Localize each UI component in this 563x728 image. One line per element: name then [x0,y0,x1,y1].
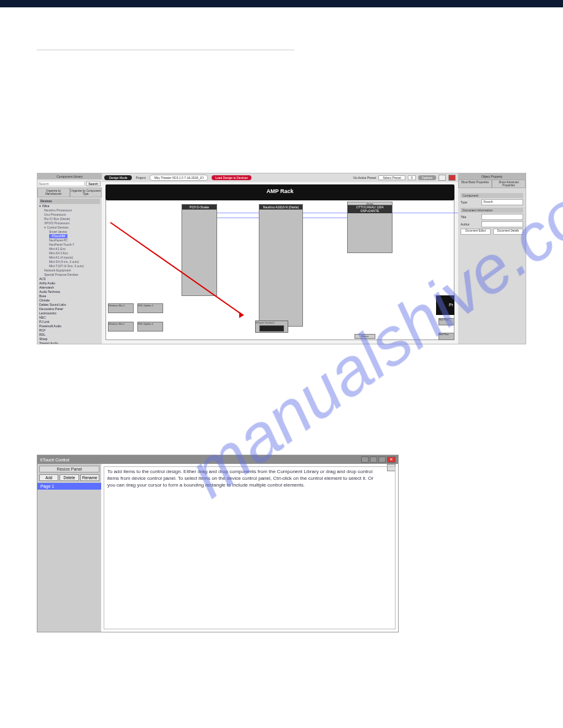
component-tree[interactable]: Devices ▾ Xilica Neutrino Processors Uno… [37,197,102,344]
device-node[interactable]: Neutrino-A1616-N (Dante) [259,204,303,327]
tree-item[interactable]: Christie [39,298,100,303]
tab-advanced-properties[interactable]: Show Advanced Properties [492,180,526,188]
document-editor-button[interactable]: Document Editor [461,229,491,235]
xtouch-node[interactable]: XTouch Control-1 [255,320,288,333]
toolbar-icon[interactable] [439,175,446,181]
title-label: Title [461,215,479,219]
help-text: To add items to the control design. Eith… [107,469,380,488]
tree-item[interactable]: RCF [39,328,100,333]
tree-item[interactable]: NEC [39,316,100,320]
annotation-arrow-head [239,312,244,318]
rename-button[interactable]: Rename [80,474,99,481]
device-node[interactable]: Wall Plate [439,318,454,325]
type-field[interactable]: Xtouch [481,199,523,205]
tree-sub-item-selected[interactable]: XTouch50 [39,234,100,238]
tree-item[interactable]: Lectrosonics [39,311,100,316]
delete-button[interactable]: Delete [59,474,79,481]
tree-sub-item[interactable]: Mini-T10T (4 Srcr, 3 outs) [39,264,100,268]
tree-item[interactable]: Uno Processors [39,213,100,217]
search-button[interactable]: Search [86,181,101,186]
device-node[interactable]: Wireless Mic-2 [108,322,134,332]
tree-sub-item[interactable]: NeuPanel-PC [39,238,100,243]
device-node-title: OTTOCANALI 1204 DSP+DANTE [348,205,392,213]
component-section: Component [461,193,523,198]
tree-item[interactable]: Ashly Audio [39,281,100,286]
component-library-title: Component Library [37,173,102,180]
tree-item[interactable]: Powersoft Audio [39,324,100,328]
load-design-button[interactable]: Load Design to Devices [212,175,251,180]
close-icon[interactable]: ✕ [387,457,396,463]
rack-label: AMP Rack [105,184,454,200]
library-tabs[interactable]: Organize by Manufacturer Organize by Com… [37,188,102,197]
device-node-title: PCH D-Snake [182,205,216,210]
tree-item[interactable]: Stewart Audio [39,341,100,344]
tree-item[interactable]: ACS [39,277,100,281]
tree-item[interactable]: Bose [39,294,100,298]
project-label: Project: [136,176,146,180]
tree-item[interactable]: Sharp [39,337,100,341]
tree-item[interactable]: Decoustics Panel [39,307,100,311]
design-canvas-area: Design Mode Project: Mby Theater XD3.1 0… [102,173,458,344]
tree-item[interactable]: Network Equipment [39,268,100,273]
add-button[interactable]: Add [39,474,58,481]
document-content: Component Library Search Organize by Man… [0,7,563,651]
tree-xilica[interactable]: ▾ Xilica [39,204,100,208]
tree-sub-item[interactable]: Mini-K1 Enc [39,247,100,251]
maximize-icon[interactable] [378,457,386,463]
document-details-button[interactable]: Document Details [493,229,523,235]
device-node[interactable]: RDL Splitter-1 [137,303,163,313]
design-toolbar: Design Mode Project: Mby Theater XD3.1 0… [102,173,458,182]
window-icon[interactable] [361,457,369,463]
device-node[interactable]: PCH D-Snake [182,204,217,296]
tree-item[interactable]: Attenutech [39,286,100,290]
device-node[interactable]: Wall Plate [439,333,454,340]
tree-sub-item[interactable]: Mini-S4 (4 ins, 3 outs) [39,260,100,264]
xtouch-design-area[interactable]: To add items to the control design. Eith… [101,464,398,632]
window-title: XTouch Control [40,458,69,462]
tree-item[interactable]: ▾ Control Devices [39,226,100,230]
page-tab[interactable]: Page 1 [37,483,101,490]
options-button[interactable]: Options [418,175,436,180]
dante-tab[interactable]: -Dante- [347,202,393,205]
resize-panel-button[interactable]: Resize Panel [39,466,99,472]
window-titlebar[interactable]: XTouch Control ✕ [37,455,398,464]
right-panel-peek: Pr [436,295,454,315]
tree-sub-item[interactable]: Mini-S4 3 Enc [39,251,100,256]
xtouch-control-window: XTouch Control ✕ Resize Panel Add Delete… [37,455,399,632]
preset-number[interactable]: 0 [408,175,416,180]
document-info-section: Document Information [461,208,523,213]
tree-devices[interactable]: Devices [39,199,100,204]
tree-sub-item[interactable]: Mini-K1 (4 inputs) [39,256,100,260]
tree-item[interactable]: Daktec Sound Labs [39,303,100,307]
tree-item[interactable]: Rio IO Box (Dante) [39,217,100,221]
tree-item[interactable]: Special Purpose Devices [39,273,100,277]
tab-by-type[interactable]: Organize by Component Type [70,188,102,197]
tree-sub-item[interactable]: Smart device [39,230,100,234]
tree-item[interactable]: XP/XD Processors [39,221,100,226]
device-node[interactable]: RDL Splitter-2 [137,322,163,332]
device-node[interactable]: OTTOCANALI 1204 DSP+DANTE [347,204,393,253]
tree-item[interactable]: PJ Link [39,320,100,324]
title-field[interactable] [481,214,523,220]
toolbar-icon[interactable] [448,175,456,181]
author-field[interactable] [481,221,523,227]
no-active-preset-label: No Active Preset [353,176,376,180]
tree-item[interactable]: Neutrino Processors [39,208,100,213]
section-divider [37,44,294,50]
design-grid [104,466,396,629]
tab-by-manufacturer[interactable]: Organize by Manufacturer [37,188,70,197]
tree-item[interactable]: RDL [39,333,100,337]
xtouch-side-panel: Resize Panel Add Delete Rename Page 1 [37,464,101,632]
device-node[interactable]: Wireless Mic-1 [108,303,134,313]
select-preset-dropdown[interactable]: Select Preset [378,175,405,180]
device-tab[interactable]: Device [354,334,375,339]
page-header-bar [0,0,563,7]
minimize-icon[interactable] [370,457,377,463]
tree-item[interactable]: Audio Technica [39,290,100,294]
search-input[interactable] [39,181,85,186]
project-name[interactable]: Mby Theater XD3.1 0 7-16-2018_JO [150,175,208,181]
tree-sub-item[interactable]: NeuPanel Touch-7 [39,243,100,247]
tab-basic-properties[interactable]: Show Basic Properties [458,180,492,188]
canvas[interactable]: AMP Rack PCH D-Snake Neutrino-A1616-N (D… [102,182,458,344]
mode-pill[interactable]: Design Mode [104,175,132,180]
